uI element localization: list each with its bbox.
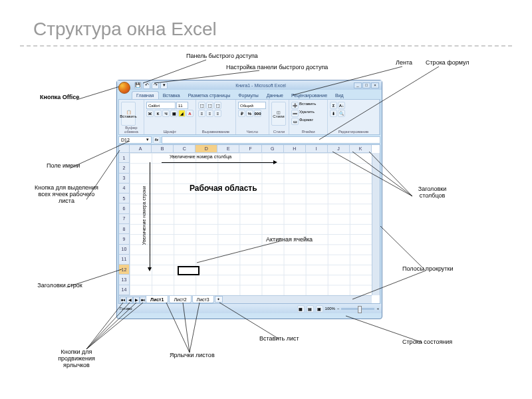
align-center[interactable]: ≡ [206,110,213,117]
col-header[interactable]: J [328,145,350,153]
tab-view[interactable]: Вид [331,92,348,99]
styles-button[interactable]: ◫Стили [271,102,286,126]
paste-button[interactable]: 📋Вставить [121,102,136,126]
nav-last[interactable]: ⏭ [140,297,146,303]
nav-prev[interactable]: ◀ [126,297,133,303]
svg-line-12 [380,226,426,271]
align-bot[interactable]: ⬚ [214,102,221,109]
tab-home[interactable]: Главная [132,91,159,99]
col-header[interactable]: F [239,145,261,153]
ribbon-tabs: Главная Вставка Разметка страницы Формул… [117,90,382,99]
status-ready: Готово [120,307,132,311]
view-break[interactable]: ▣ [316,305,323,313]
select-all-button[interactable] [119,145,130,153]
align-left[interactable]: ≡ [198,110,205,117]
close-button[interactable]: × [371,82,379,88]
color-button[interactable]: A [186,110,194,117]
minimize-button[interactable]: _ [354,82,362,88]
formula-bar[interactable] [162,136,380,144]
sum-button[interactable]: Σ [330,102,337,109]
tab-layout[interactable]: Разметка страницы [184,92,235,99]
comma-button[interactable]: 000 [254,110,261,117]
col-header[interactable]: I [306,145,328,153]
row-header[interactable]: 11 [119,255,130,265]
callout-scroll: Полосы прокрутки [402,266,453,273]
sheet-tab[interactable]: Лист1 [146,296,168,303]
col-header[interactable]: K [350,145,372,153]
callout-sheettabs: Ярлычки листов [170,352,215,359]
callout-selectall: Кнопка для выделения всех ячеек рабочего… [33,185,100,205]
cells-area[interactable]: Рабочая область Увеличение номера столбц… [130,153,372,295]
insert-sheet-button[interactable]: ✦ [215,296,223,303]
insert-cell[interactable]: ➕ [291,102,299,109]
bold-button[interactable]: Ж [146,110,154,117]
sheet-tab[interactable]: Лист3 [192,296,214,303]
fill-button2[interactable]: ⬇ [330,110,337,117]
redo-icon[interactable]: ↷ [152,82,159,89]
nav-next[interactable]: ▶ [133,297,140,303]
row-header[interactable]: 12 [119,265,130,275]
sheet-tab[interactable]: Лист2 [169,296,191,303]
row-header[interactable]: 2 [119,163,130,173]
row-header[interactable]: 4 [119,184,130,194]
undo-icon[interactable]: ↶ [143,82,150,89]
row-header[interactable]: 7 [119,214,130,224]
view-normal[interactable]: ▦ [297,305,305,313]
tab-review[interactable]: Рецензирование [287,92,331,99]
view-layout[interactable]: ▤ [307,305,314,313]
tab-insert[interactable]: Вставка [159,92,184,99]
font-combo[interactable]: Calibri [146,102,176,109]
row-header[interactable]: 13 [119,275,130,285]
col-header[interactable]: H [284,145,306,153]
row-header[interactable]: 1 [119,153,130,163]
tab-data[interactable]: Данные [263,92,287,99]
fx-button[interactable]: fx [153,136,160,144]
fill-button[interactable]: ◢ [178,110,186,117]
underline-button[interactable]: Ч [162,110,170,117]
fontsize-combo[interactable]: 11 [176,102,188,109]
vertical-scrollbar[interactable] [372,153,380,295]
row-header[interactable]: 8 [119,224,130,234]
row-header[interactable]: 5 [119,194,130,203]
row-header[interactable]: 3 [119,174,130,184]
row-header[interactable]: 9 [119,234,130,244]
sort-button[interactable]: A↓ [338,102,345,109]
tab-formulas[interactable]: Формулы [234,92,262,99]
col-header[interactable]: G [262,145,284,153]
percent-button[interactable]: % [246,110,253,117]
col-header[interactable]: D [196,145,217,153]
align-right[interactable]: ≡ [214,110,221,117]
format-cell[interactable]: ▭ [291,118,299,125]
active-cell[interactable] [178,266,200,275]
slide-title: Структура окна Excel [33,19,217,40]
save-icon[interactable]: 💾 [134,82,142,89]
row-header[interactable]: 14 [119,285,130,295]
zoom-in[interactable]: + [376,307,379,311]
find-button[interactable]: 🔍 [338,110,345,117]
col-header[interactable]: E [217,145,239,153]
callout-statusbar: Строка состояния [402,339,452,346]
zoom-out[interactable]: − [337,307,340,311]
row-header[interactable]: 6 [119,203,130,213]
col-header[interactable]: C [174,145,196,153]
italic-button[interactable]: К [154,110,162,117]
name-box[interactable]: D12▾ [118,136,152,144]
row-header[interactable]: 10 [119,245,130,255]
maximize-button[interactable]: □ [362,82,370,88]
group-label: Выравнивание [196,130,235,134]
col-header[interactable]: B [152,145,174,153]
office-button[interactable] [118,82,130,94]
qat-customize-icon[interactable]: ▾ [160,82,168,89]
align-mid[interactable]: ⬚ [206,102,213,109]
format-combo[interactable]: Общий [238,102,266,109]
zoom-slider[interactable] [341,308,374,310]
row-increase-label: Увеличение номера строки [142,186,146,245]
col-header[interactable]: A [130,145,152,153]
delete-cell[interactable]: ➖ [291,110,299,117]
align-top[interactable]: ⬚ [198,102,205,109]
nav-first[interactable]: ⏮ [120,297,126,303]
border-button[interactable]: ▦ [170,110,178,117]
currency-button[interactable]: ₽ [238,110,245,117]
group-styles: ◫Стили Стили [269,100,289,134]
group-clipboard: 📋Вставить Буфер обмена [119,100,144,134]
